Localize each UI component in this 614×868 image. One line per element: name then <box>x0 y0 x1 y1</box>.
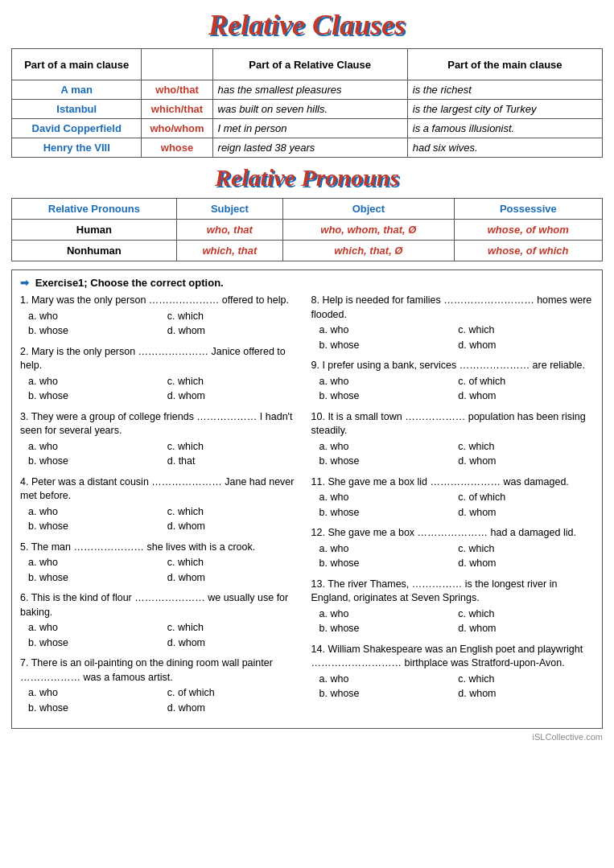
options-grid: a. whoc. whichb. whosed. whom <box>311 323 595 352</box>
pronoun-type: Nonhuman <box>12 241 177 261</box>
examples-col2: whose <box>142 138 212 158</box>
question-number: 13. <box>311 578 325 590</box>
question-item: 7. There is an oil-painting on the dinin… <box>20 656 303 715</box>
options-grid: a. whoc. of whichb. whosed. whom <box>311 491 595 520</box>
option: c. which <box>167 310 303 324</box>
right-column: 8. Help is needed for families ………………………… <box>311 294 595 722</box>
options-grid: a. whoc. whichb. whosed. whom <box>20 556 303 585</box>
question-number: 11. <box>311 476 325 487</box>
examples-col1: Istanbul <box>12 100 142 119</box>
pronoun-subject: which, that <box>176 241 282 261</box>
question-number: 10. <box>311 411 325 422</box>
option: b. whose <box>319 339 455 353</box>
question-item: 14. William Shakespeare was an English p… <box>311 643 595 701</box>
examples-header-2: Rel Pronoun <box>142 49 212 80</box>
pronouns-header: Possessive <box>454 199 602 220</box>
question-text: It is a small town ……………… population has… <box>311 411 586 437</box>
question-number: 7. <box>20 657 28 668</box>
options-grid: a. whoc. whichb. whosed. whom <box>311 542 595 571</box>
examples-col1: A man <box>12 80 142 100</box>
examples-table: Part of a main clause Rel Pronoun Part o… <box>11 48 603 158</box>
question-item: 5. The man ………………… she lives with is a c… <box>20 541 303 586</box>
question-item: 9. I prefer using a bank, services ……………… <box>311 359 595 404</box>
examples-col3: was built on seven hills. <box>212 100 407 119</box>
options-grid: a. whoc. whichb. whosed. whom <box>311 673 595 701</box>
option: b. whose <box>319 557 455 571</box>
examples-col3: has the smallest pleasures <box>212 80 407 100</box>
pronouns-header: Relative Pronouns <box>12 199 177 220</box>
option: c. which <box>458 673 594 687</box>
option: a. who <box>319 491 455 505</box>
arrow-icon: ➡ <box>20 277 29 289</box>
option: d. that <box>167 455 303 469</box>
option: a. who <box>28 556 164 570</box>
question-text: Peter was a distant cousin ………………… Jane … <box>20 476 294 502</box>
section-title: Relative Pronouns <box>11 164 603 191</box>
examples-col4: had six wives. <box>407 138 602 158</box>
question-text: The river Thames, …………… is the longest r… <box>311 578 558 604</box>
option: d. whom <box>167 636 303 651</box>
question-number: 3. <box>20 411 28 422</box>
examples-header-3: Part of a Relative Clause <box>212 49 407 80</box>
examples-col4: is a famous illusionist. <box>407 119 602 138</box>
question-text: Help is needed for families ……………………… ho… <box>311 294 592 320</box>
option: a. who <box>319 607 455 622</box>
option: c. which <box>167 621 303 636</box>
option: b. whose <box>319 506 455 520</box>
question-text: They were a group of college friends ………… <box>20 411 292 437</box>
options-grid: a. whoc. of whichb. whosed. whom <box>311 375 595 404</box>
options-grid: a. whoc. whichb. whosed. whom <box>20 375 303 404</box>
option: c. which <box>167 375 303 389</box>
question-text: Mary was the only person ………………… offered… <box>31 294 289 306</box>
option: b. whose <box>319 687 455 701</box>
options-grid: a. whoc. whichb. whosed. whom <box>311 607 595 636</box>
option: b. whose <box>28 324 164 339</box>
left-column: 1. Mary was the only person ………………… offe… <box>20 294 303 722</box>
examples-col3: reign lasted 38 years <box>212 138 407 158</box>
option: a. who <box>28 310 164 324</box>
option: d. whom <box>167 389 303 404</box>
option: c. of which <box>458 375 594 389</box>
option: d. whom <box>458 455 594 469</box>
question-item: 3. They were a group of college friends … <box>20 410 303 469</box>
question-number: 8. <box>311 294 319 306</box>
option: d. whom <box>458 389 594 404</box>
pronoun-subject: who, that <box>176 220 282 241</box>
pronouns-header: Object <box>283 199 455 220</box>
option: a. who <box>28 505 164 520</box>
examples-col2: which/that <box>142 100 212 119</box>
main-title: Relative Clauses <box>11 8 603 42</box>
question-text: I prefer using a bank, services ………………… … <box>322 360 585 371</box>
option: c. of which <box>167 686 303 701</box>
option: a. who <box>319 323 455 338</box>
question-item: 13. The river Thames, …………… is the longe… <box>311 578 595 636</box>
option: b. whose <box>28 571 164 586</box>
question-number: 6. <box>20 592 28 603</box>
pronouns-table: Relative PronounsSubjectObjectPossessive… <box>11 198 603 261</box>
question-text: She gave me a box lid ………………… was damage… <box>328 476 568 487</box>
question-item: 1. Mary was the only person ………………… offe… <box>20 294 303 339</box>
question-item: 10. It is a small town ……………… population… <box>311 410 595 469</box>
pronouns-row: Human who, that who, whom, that, Ø whose… <box>12 220 603 241</box>
option: b. whose <box>28 701 164 716</box>
exercise-title: ➡ Exercise1; Choose the correct option. <box>20 277 594 289</box>
options-grid: a. whoc. whichb. whosed. whom <box>311 440 595 469</box>
examples-header-1: Part of a main clause <box>12 49 142 80</box>
option: a. who <box>28 621 164 636</box>
pronoun-type: Human <box>12 220 177 241</box>
options-grid: a. whoc. whichb. whosed. whom <box>20 621 303 650</box>
examples-row: Henry the VIII whose reign lasted 38 yea… <box>12 138 603 158</box>
examples-col3: I met in person <box>212 119 407 138</box>
option: a. who <box>28 686 164 701</box>
option: a. who <box>319 542 455 557</box>
options-grid: a. whoc. whichb. whosed. that <box>20 440 303 469</box>
option: b. whose <box>319 622 455 636</box>
question-item: 2. Mary is the only person ………………… Janic… <box>20 345 303 404</box>
examples-col2: who/that <box>142 80 212 100</box>
option: a. who <box>28 375 164 389</box>
question-number: 4. <box>20 476 28 487</box>
question-item: 8. Help is needed for families ………………………… <box>311 294 595 352</box>
option: c. which <box>458 607 594 622</box>
option: b. whose <box>28 389 164 404</box>
exercise-section: ➡ Exercise1; Choose the correct option. … <box>11 269 603 729</box>
